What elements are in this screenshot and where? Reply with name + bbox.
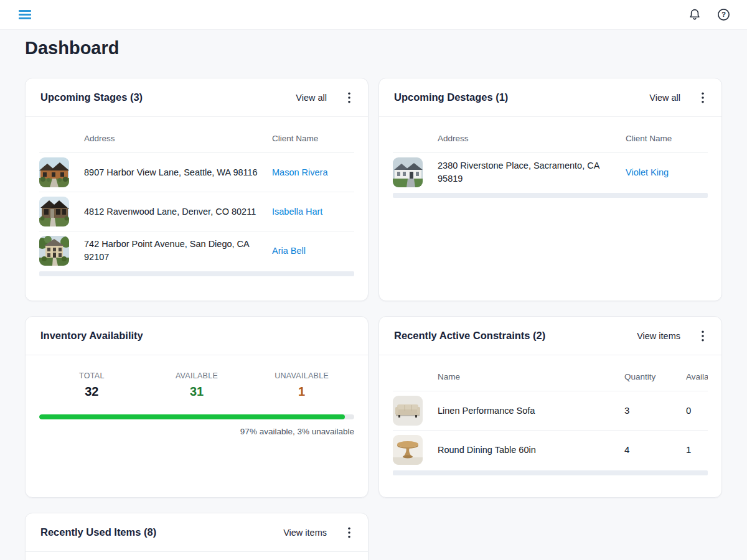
item-quantity: 4 [624,444,629,455]
availability-progress-bar [39,414,354,419]
sofa-photo [393,396,423,426]
availability-caption: 97% available, 3% unavailable [39,427,354,436]
recently-used-items-card: Recently Used Items (8) View items [25,513,369,560]
kebab-menu-icon[interactable] [345,91,353,105]
constraint-row: Linen Performance Sofa 3 0 [393,391,708,431]
card-title: Upcoming Stages (3) [40,91,143,103]
client-link[interactable]: Aria Bell [272,246,306,256]
stage-row: 742 Harbor Point Avenue, San Diego, CA 9… [39,231,354,271]
card-title: Recently Used Items (8) [40,526,156,538]
address-text: 4812 Ravenwood Lane, Denver, CO 80211 [84,207,260,217]
stat-label: TOTAL [39,371,144,380]
farmhouse-photo [393,157,423,187]
stages-table: Address Client Name 8907 Harbor View Lan… [39,117,354,270]
stage-row: 4812 Ravenwood Lane, Denver, CO 80211 Is… [39,192,354,231]
column-header-photo [393,117,438,153]
card-body: Name Quantity Available Linen Performanc… [379,355,721,497]
stat-available: AVAILABLE 31 [144,371,250,399]
hamburger-menu-icon[interactable] [19,10,31,19]
card-header: Inventory Availability [26,317,368,355]
view-all-button[interactable]: View all [649,93,680,103]
dashboard-grid: Upcoming Stages (3) View all [25,78,722,560]
column-header-name: Name [438,355,624,391]
stage-row: 8907 Harbor View Lane, Seattle, WA 98116… [39,153,354,192]
card-header: Recently Active Constraints (2) View ite… [379,317,721,355]
stat-total: TOTAL 32 [39,371,144,399]
client-link[interactable]: Isabella Hart [272,207,322,217]
kebab-menu-icon[interactable] [699,91,707,105]
upcoming-destages-card: Upcoming Destages (1) View all [378,78,722,301]
address-text: 742 Harbor Point Avenue, San Diego, CA 9… [84,239,249,262]
column-header-photo [39,117,84,153]
card-header: Upcoming Destages (1) View all [379,78,721,117]
dining-table-photo [393,435,423,465]
column-header-address: Address [84,117,272,153]
help-icon[interactable]: ? [717,8,730,21]
card-body: Address Client Name 2380 Riverstone Plac… [379,117,721,301]
constraints-table: Name Quantity Available Linen Performanc… [393,355,708,469]
inventory-stats: TOTAL 32 AVAILABLE 31 UNAVAILABLE 1 [39,371,354,399]
column-header-available: Available [686,355,708,391]
column-header-address: Address [438,117,626,153]
stat-label: UNAVAILABLE [249,371,354,380]
stat-value: 1 [249,385,354,399]
client-link[interactable]: Mason Rivera [272,167,327,177]
item-available: 0 [686,405,691,416]
card-title: Inventory Availability [40,330,143,342]
view-all-button[interactable]: View all [296,93,327,103]
address-text: 2380 Riverstone Place, Sacramento, CA 95… [438,161,599,184]
recently-active-constraints-card: Recently Active Constraints (2) View ite… [378,316,722,498]
column-header-photo [393,355,438,391]
horizontal-scrollbar[interactable] [39,271,354,276]
card-header: Upcoming Stages (3) View all [26,78,368,117]
card-body: Address Client Name 8907 Harbor View Lan… [26,117,368,301]
view-items-button[interactable]: View items [283,528,327,538]
address-text: 8907 Harbor View Lane, Seattle, WA 98116 [84,167,261,177]
craftsman-house-photo [39,157,69,187]
upcoming-stages-card: Upcoming Stages (3) View all [25,78,369,301]
stat-label: AVAILABLE [144,371,250,380]
item-name: Round Dining Table 60in [438,445,540,455]
kebab-menu-icon[interactable] [345,526,353,539]
main-content: Dashboard Upcoming Stages (3) View all [0,30,747,560]
page-title: Dashboard [25,30,722,58]
stat-unavailable: UNAVAILABLE 1 [249,371,354,399]
horizontal-scrollbar[interactable] [393,193,708,198]
client-link[interactable]: Violet King [626,167,669,177]
column-header-client: Client Name [626,117,708,153]
card-header: Recently Used Items (8) View items [26,513,368,552]
destage-row: 2380 Riverstone Place, Sacramento, CA 95… [393,153,708,192]
stat-value: 31 [144,385,250,399]
stat-value: 32 [39,385,144,399]
kebab-menu-icon[interactable] [699,329,707,343]
modern-house-photo [39,197,69,226]
card-title: Upcoming Destages (1) [394,91,508,103]
item-name: Linen Performance Sofa [438,406,538,416]
view-items-button[interactable]: View items [637,331,680,341]
card-body [26,552,368,560]
topbar: ? [0,0,747,30]
horizontal-scrollbar[interactable] [393,470,708,475]
inventory-availability-card: Inventory Availability TOTAL 32 AVAILABL… [25,316,369,498]
card-body: TOTAL 32 AVAILABLE 31 UNAVAILABLE 1 97% [26,355,368,497]
card-title: Recently Active Constraints (2) [394,330,545,342]
item-available: 1 [686,444,691,455]
destages-table: Address Client Name 2380 Riverstone Plac… [393,117,708,192]
constraint-row: Round Dining Table 60in 4 1 [393,431,708,470]
notification-bell-icon[interactable] [688,8,701,21]
two-story-house-photo [39,236,69,266]
column-header-quantity: Quantity [624,355,686,391]
column-header-client: Client Name [272,117,354,153]
svg-text:?: ? [721,11,726,18]
item-quantity: 3 [624,405,629,416]
availability-progress-fill [39,414,345,419]
